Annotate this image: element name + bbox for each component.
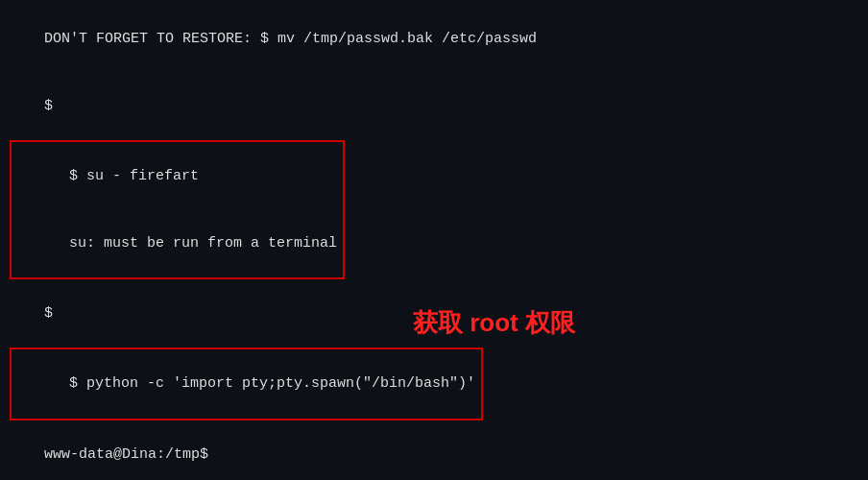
highlighted-block-2: $ python -c 'import pty;pty.spawn("/bin/…	[10, 348, 483, 420]
terminal-line: $ python -c 'import pty;pty.spawn("/bin/…	[17, 350, 475, 418]
terminal-line: $ su - firefart	[17, 143, 337, 210]
terminal-line: www-data@Dina:/tmp$	[10, 421, 858, 481]
terminal-line: $	[10, 73, 858, 140]
terminal-line: DON'T FORGET TO RESTORE: $ mv /tmp/passw…	[10, 6, 858, 73]
terminal-container: DON'T FORGET TO RESTORE: $ mv /tmp/passw…	[10, 6, 858, 480]
terminal-line: su: must be run from a terminal	[17, 209, 337, 276]
annotation: 获取 root 权限	[413, 303, 575, 342]
highlighted-block-1: $ su - firefart su: must be run from a t…	[10, 140, 345, 280]
